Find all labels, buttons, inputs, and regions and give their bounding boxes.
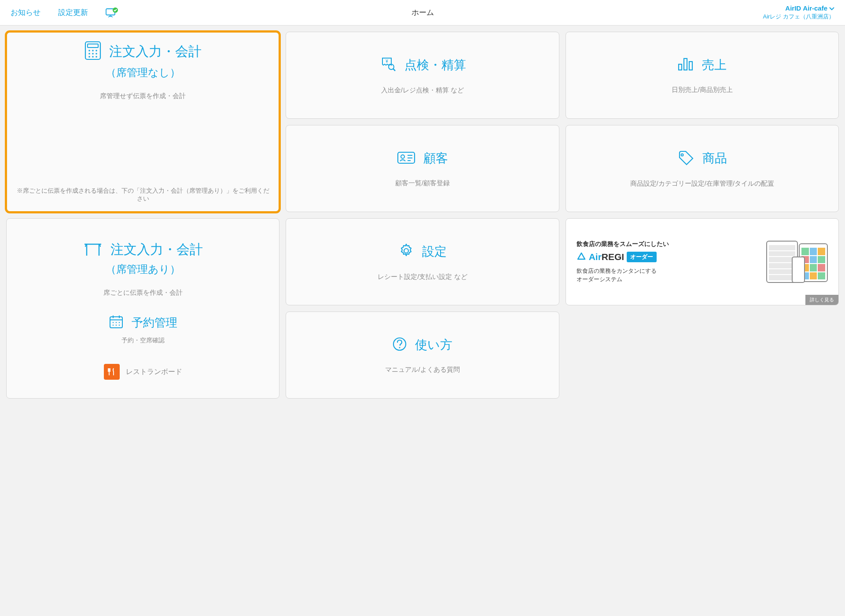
svg-point-24	[681, 154, 683, 156]
reservation-title: 予約管理	[132, 315, 177, 330]
bar-chart-icon	[677, 57, 694, 73]
svg-rect-17	[684, 59, 687, 70]
promo-text: 飲食店の業務をスムーズにしたい AirREGI オーダー 飲食店の業務をカンタン…	[577, 240, 759, 284]
svg-point-12	[96, 56, 97, 58]
svg-point-36	[115, 325, 116, 326]
question-icon	[392, 337, 407, 353]
card-title-row: 商品	[677, 150, 727, 167]
card-desc: 入出金/レジ点検・精算 など	[381, 86, 464, 95]
svg-point-4	[88, 50, 90, 51]
card-order-with-seat[interactable]: 注文入力・会計 （席管理あり） 席ごとに伝票を作成・会計 予約管理 予約・空席確…	[6, 218, 279, 399]
account-name-text: Air-cafe	[803, 4, 827, 12]
svg-point-20	[401, 155, 404, 158]
card-title: 点検・精算	[404, 57, 466, 73]
page-title: ホーム	[411, 7, 434, 18]
svg-rect-16	[679, 64, 682, 70]
promo-badge: オーダー	[627, 252, 657, 262]
svg-point-37	[118, 325, 119, 326]
calculator-icon	[84, 41, 101, 62]
settings-update-link[interactable]: 設定更新	[58, 7, 88, 18]
card-desc: 顧客一覧/顧客登録	[395, 179, 450, 187]
card-sales[interactable]: 売上 日別売上/商品別売上	[566, 32, 839, 119]
promo-desc-2: オーダーシステム	[577, 275, 759, 284]
gear-icon	[398, 243, 414, 260]
promo-detail-link[interactable]: 詳しく見る	[805, 295, 838, 305]
card-title-row: 顧客	[397, 150, 448, 167]
calendar-icon	[109, 315, 124, 330]
card-note: ※席ごとに伝票を作成される場合は、下の「注文入力・会計（席管理あり）」をご利用く…	[15, 161, 270, 203]
card-title-row: 設定	[398, 243, 447, 260]
svg-text:¥: ¥	[385, 59, 388, 64]
card-title-row: 売上	[677, 57, 727, 73]
account-id-label: AirID	[785, 4, 801, 12]
card-check-settlement[interactable]: ¥ 点検・精算 入出金/レジ点検・精算 など	[286, 32, 559, 119]
account-dropdown[interactable]: AirID Air-cafe	[763, 4, 835, 12]
card-title: 売上	[702, 57, 727, 73]
receipt-search-icon: ¥	[379, 56, 397, 74]
card-order-no-seat[interactable]: 注文入力・会計 （席管理なし） 席管理せず伝票を作成・会計 ※席ごとに伝票を作成…	[6, 32, 279, 212]
svg-point-10	[88, 56, 90, 58]
card-title-row: ¥ 点検・精算	[379, 56, 466, 74]
promo-card[interactable]: 飲食店の業務をスムーズにしたい AirREGI オーダー 飲食店の業務をカンタン…	[566, 218, 839, 305]
svg-point-6	[96, 50, 97, 51]
restaurant-board-label: レストランボード	[126, 367, 182, 377]
restaurant-board-icon	[104, 364, 120, 380]
card-customer[interactable]: 顧客 顧客一覧/顧客登録	[286, 125, 559, 212]
card-title-row: 予約管理	[109, 315, 177, 330]
card-desc: 席管理せず伝票を作成・会計	[100, 92, 186, 100]
promo-logo: AirREGI オーダー	[577, 252, 759, 262]
svg-point-35	[112, 325, 113, 326]
card-settings[interactable]: 設定 レシート設定/支払い設定 など	[286, 218, 559, 305]
svg-rect-18	[689, 62, 692, 70]
svg-point-7	[88, 53, 90, 55]
svg-point-38	[404, 249, 408, 253]
card-desc: 席ごとに伝票を作成・会計	[103, 289, 183, 297]
notice-link[interactable]: お知らせ	[11, 7, 40, 18]
svg-point-8	[92, 53, 94, 55]
card-title: 商品	[702, 150, 727, 167]
svg-point-40	[399, 347, 400, 348]
card-title-row: 注文入力・会計	[83, 241, 203, 259]
svg-line-15	[393, 69, 395, 71]
card-title: 顧客	[423, 150, 448, 167]
connection-status-icon[interactable]	[106, 7, 119, 18]
card-howto[interactable]: 使い方 マニュアル/よくある質問	[286, 312, 559, 399]
svg-point-5	[92, 50, 94, 51]
svg-point-11	[92, 56, 94, 58]
reservation-block: 予約管理 予約・空席確認	[109, 315, 177, 345]
svg-point-33	[115, 322, 116, 323]
header: お知らせ 設定更新 ホーム AirID Air-cafe Airレジ カフェ（八…	[0, 0, 845, 26]
promo-heading: 飲食店の業務をスムーズにしたい	[577, 240, 759, 248]
card-title-row: 注文入力・会計	[84, 41, 202, 62]
table-icon	[83, 242, 103, 258]
svg-point-34	[118, 322, 119, 323]
svg-point-9	[96, 53, 97, 55]
card-desc: マニュアル/よくある質問	[385, 366, 459, 374]
card-desc: 日別売上/商品別売上	[672, 86, 733, 94]
restaurant-board-link[interactable]: レストランボード	[104, 364, 182, 380]
promo-desc-1: 飲食店の業務をカンタンにする	[577, 267, 759, 275]
chevron-down-icon	[829, 4, 834, 12]
promo-devices-image	[766, 240, 828, 284]
card-desc: レシート設定/支払い設定 など	[378, 273, 467, 281]
card-title: 注文入力・会計	[110, 241, 203, 259]
header-left: お知らせ 設定更新	[11, 7, 119, 18]
header-right: AirID Air-cafe Airレジ カフェ（八重洲店）	[763, 4, 835, 21]
card-product[interactable]: 商品 商品設定/カテゴリー設定/在庫管理/タイルの配置	[566, 125, 839, 212]
svg-point-32	[112, 322, 113, 323]
card-title-row: 使い方	[392, 337, 452, 353]
svg-rect-3	[88, 44, 98, 48]
promo-logo-text: AirREGI	[589, 252, 625, 262]
card-title: 使い方	[415, 337, 452, 353]
reservation-desc: 予約・空席確認	[109, 337, 177, 345]
card-subtitle: （席管理なし）	[106, 66, 180, 80]
card-subtitle: （席管理あり）	[106, 262, 180, 276]
card-title: 設定	[422, 243, 447, 260]
store-name: Airレジ カフェ（八重洲店）	[763, 13, 835, 21]
tag-icon	[677, 150, 694, 167]
id-card-icon	[397, 150, 415, 166]
airregi-logo-icon	[577, 252, 586, 262]
card-desc: 商品設定/カテゴリー設定/在庫管理/タイルの配置	[630, 180, 775, 188]
home-grid: 注文入力・会計 （席管理なし） 席管理せず伝票を作成・会計 ※席ごとに伝票を作成…	[0, 26, 845, 405]
card-title: 注文入力・会計	[109, 43, 202, 61]
